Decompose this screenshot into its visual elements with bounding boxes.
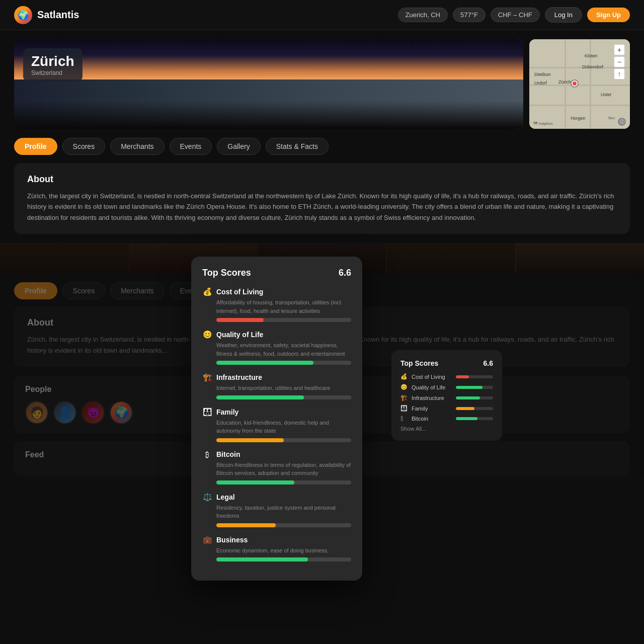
score-category-icon: 💼: [202, 535, 212, 544]
map-label: Dietikon: [534, 72, 551, 77]
score-category-name: Legal: [216, 493, 235, 501]
lower-section: People 🧑 👤 😈 🌍 Feed: [14, 376, 630, 476]
score-bar-background: [216, 523, 351, 527]
score-bar-fill: [216, 523, 276, 527]
score-bar-container: [216, 557, 351, 561]
map-label: Urdorf: [534, 80, 547, 86]
about-title: About: [27, 174, 617, 185]
map-road: [529, 105, 630, 106]
avatar[interactable]: 😈: [82, 401, 105, 424]
score-description: Economic dynamism, ease of doing busines…: [216, 546, 351, 555]
score-description: Residency, taxation, justice system and …: [216, 504, 351, 520]
about-card-2: About Zürich, the largest city in Switze…: [14, 306, 630, 367]
app-name: Satlantis: [37, 9, 79, 21]
score-bar-background: [216, 480, 351, 485]
tab-bar: Profile Scores Merchants Events Gallery …: [14, 138, 630, 155]
map-road: [590, 39, 591, 129]
avatar[interactable]: 🧑: [25, 401, 48, 424]
hero-image: Zürich Switzerland: [14, 39, 523, 129]
score-bar-background: [216, 557, 351, 561]
tab-merchants[interactable]: Merchants: [110, 138, 164, 155]
nav-right: Zuerich, CH 577°F CHF – CHF Log In Sign …: [398, 7, 630, 23]
about-card: About Zürich, the largest city in Switze…: [14, 163, 630, 234]
currency-pill[interactable]: CHF – CHF: [491, 8, 540, 22]
map-controls: + − ↑: [614, 44, 625, 79]
lower-left: People 🧑 👤 😈 🌍 Feed: [14, 376, 630, 476]
tab-events-2: Events: [170, 282, 212, 299]
score-item: ⚖️ Legal Residency, taxation, justice sy…: [202, 493, 351, 527]
logo[interactable]: 🌍 Satlantis: [14, 6, 79, 24]
map-label: Horgen: [571, 116, 586, 121]
image-strip: [0, 243, 644, 273]
map-pin: [572, 80, 578, 87]
people-card: People 🧑 👤 😈 🌍: [14, 376, 630, 433]
score-category-name: Business: [216, 536, 248, 544]
score-bar-container: [216, 523, 351, 527]
score-bar-fill: [216, 480, 294, 485]
about-text: Zürich, the largest city in Switzerland,…: [27, 191, 617, 223]
map-scale: 5km: [608, 116, 615, 120]
buildings-overlay: [14, 58, 523, 129]
compass-button[interactable]: ↑: [614, 68, 625, 79]
tab-events[interactable]: Events: [170, 138, 212, 155]
country-name: Switzerland: [31, 69, 74, 76]
zoom-out-button[interactable]: −: [614, 56, 625, 67]
logo-icon: 🌍: [14, 6, 32, 24]
tab-stats-facts[interactable]: Stats & Facts: [266, 138, 329, 155]
avatar[interactable]: 👤: [53, 401, 76, 424]
score-category-icon: ⚖️: [202, 493, 212, 502]
map-info-button[interactable]: ⓘ: [618, 118, 626, 126]
about-text-2: Zürich, the largest city in Switzerland,…: [27, 334, 617, 356]
map-attribution: 🗺 mapbox: [533, 121, 553, 126]
main-content: Zürich Switzerland Kloten Dietikon Urdor…: [0, 30, 644, 234]
weather-pill[interactable]: 577°F: [453, 8, 486, 22]
tab-merchants-2: Merchants: [110, 282, 164, 299]
background-scroll: Profile Scores Merchants Events About Zü…: [0, 273, 644, 476]
people-title: People: [25, 385, 619, 394]
signup-button[interactable]: Sign Up: [587, 8, 630, 22]
hero-map: Kloten Dietikon Urdorf Dübendorf Zürich …: [529, 39, 630, 129]
city-label: Zürich Switzerland: [23, 48, 83, 82]
login-button[interactable]: Log In: [545, 7, 582, 23]
map-label: Zürich: [558, 79, 571, 85]
about-title-2: About: [27, 317, 617, 328]
score-bar-fill: [216, 557, 308, 561]
map-label: Kloten: [585, 53, 598, 58]
tab-gallery[interactable]: Gallery: [217, 138, 260, 155]
map-label: Uster: [601, 92, 612, 97]
tab-scores[interactable]: Scores: [62, 138, 106, 155]
avatar[interactable]: 🌍: [110, 401, 133, 424]
map-label: Dübendorf: [582, 64, 603, 69]
city-name: Zürich: [31, 53, 74, 69]
tab-profile-2: Profile: [14, 282, 57, 299]
zoom-in-button[interactable]: +: [614, 44, 625, 55]
tab-profile[interactable]: Profile: [14, 138, 57, 155]
location-pill[interactable]: Zuerich, CH: [398, 8, 448, 22]
avatars-row: 🧑 👤 😈 🌍: [25, 401, 619, 424]
score-item: 💼 Business Economic dynamism, ease of do…: [202, 535, 351, 562]
navbar: 🌍 Satlantis Zuerich, CH 577°F CHF – CHF …: [0, 0, 644, 30]
tab-scores-2: Scores: [62, 282, 106, 299]
hero-section: Zürich Switzerland Kloten Dietikon Urdor…: [14, 39, 630, 129]
feed-title: Feed: [25, 450, 619, 459]
feed-card: Feed: [14, 441, 630, 476]
score-bar-container: [216, 480, 351, 485]
